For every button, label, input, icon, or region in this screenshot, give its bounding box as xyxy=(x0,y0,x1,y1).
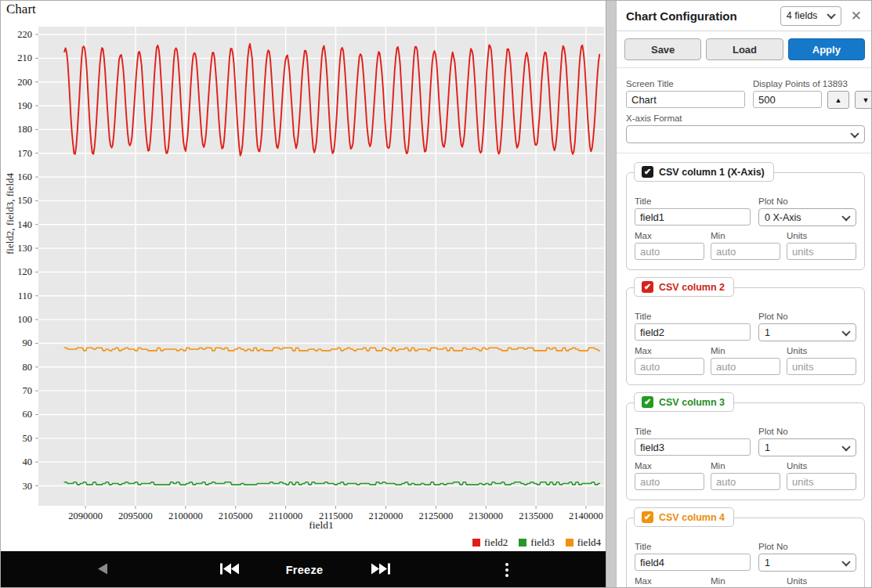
skip-to-end-icon[interactable] xyxy=(371,563,391,578)
checkbox-icon[interactable]: ✔ xyxy=(642,396,653,408)
points-decrease-icon[interactable]: ▼ xyxy=(855,91,872,109)
chart-legend: field2 field3 field4 xyxy=(472,536,601,549)
max-label: Max xyxy=(635,346,704,355)
svg-text:70: 70 xyxy=(23,385,33,396)
plot-no-select[interactable]: 1 xyxy=(758,323,856,341)
units-label: Units xyxy=(787,576,856,586)
app-window: Chart 2202102001901801701601501401301201… xyxy=(0,0,872,588)
max-input[interactable] xyxy=(635,473,704,490)
plot-no-select[interactable]: 0 X-Axis xyxy=(758,208,856,226)
legend-swatch-red xyxy=(472,539,480,547)
save-button[interactable]: Save xyxy=(624,38,701,60)
title-label: Title xyxy=(635,312,751,321)
max-label: Max xyxy=(635,231,704,240)
max-label: Max xyxy=(635,576,704,586)
general-settings: Screen Title Display Points of 13893 ▲ ▼… xyxy=(617,68,872,153)
svg-text:210: 210 xyxy=(17,52,32,63)
units-label: Units xyxy=(787,461,856,471)
svg-text:90: 90 xyxy=(23,337,33,348)
checkbox-icon[interactable]: ✔ xyxy=(642,166,653,178)
plot-no-label: Plot No xyxy=(758,312,856,321)
svg-text:140: 140 xyxy=(17,219,32,230)
min-label: Min xyxy=(711,461,780,471)
column-title-input[interactable] xyxy=(635,323,751,341)
max-label: Max xyxy=(635,461,704,471)
column-title-input[interactable] xyxy=(635,438,751,456)
transport-bar: Freeze xyxy=(1,551,606,588)
csv-column-toggle[interactable]: ✔ CSV column 2 xyxy=(634,277,734,297)
panel-title: Chart Configuration xyxy=(626,9,774,23)
svg-text:170: 170 xyxy=(17,148,32,159)
column-title-input[interactable] xyxy=(635,554,751,571)
csv-column-label: CSV column 2 xyxy=(659,282,725,293)
y-axis-label: field2, field3, field4 xyxy=(4,173,16,254)
min-input[interactable] xyxy=(711,243,780,260)
fields-count-select[interactable]: 4 fields xyxy=(780,6,841,26)
min-input[interactable] xyxy=(711,358,780,375)
csv-column-label: CSV column 4 xyxy=(659,512,725,523)
x-axis-label: field1 xyxy=(38,519,604,532)
units-input[interactable] xyxy=(787,473,856,490)
plot-no-label: Plot No xyxy=(758,197,856,206)
checkbox-icon[interactable]: ✔ xyxy=(642,511,653,523)
min-label: Min xyxy=(711,576,780,586)
screen-title-label: Screen Title xyxy=(626,79,745,88)
plot-no-select[interactable]: 1 xyxy=(758,438,856,456)
legend-item-field4: field4 xyxy=(566,536,601,549)
panel-scrollbar[interactable] xyxy=(606,1,617,588)
svg-text:220: 220 xyxy=(17,29,32,40)
plot-no-label: Plot No xyxy=(758,427,856,436)
svg-text:100: 100 xyxy=(17,314,32,325)
svg-text:40: 40 xyxy=(23,456,33,467)
title-label: Title xyxy=(635,197,751,206)
title-label: Title xyxy=(635,427,751,436)
units-label: Units xyxy=(787,231,856,240)
csv-column-label: CSV column 3 xyxy=(659,397,725,408)
column-title-input[interactable] xyxy=(635,208,751,225)
csv-column-toggle[interactable]: ✔ CSV column 1 (X-Axis) xyxy=(634,162,774,182)
units-input[interactable] xyxy=(787,358,856,375)
screen-title-input[interactable] xyxy=(626,91,745,108)
xaxis-format-select[interactable] xyxy=(626,125,865,143)
csv-column-card-2: ✔ CSV column 2 Title Plot No 1 Max xyxy=(626,287,865,385)
points-increase-icon[interactable]: ▲ xyxy=(827,91,849,109)
plot-no-select[interactable]: 1 xyxy=(758,554,856,572)
close-icon[interactable]: ✕ xyxy=(848,9,865,23)
svg-text:180: 180 xyxy=(17,124,32,135)
units-input[interactable] xyxy=(787,243,856,260)
min-input[interactable] xyxy=(711,473,780,490)
svg-text:60: 60 xyxy=(23,409,33,420)
panel-actions: Save Load Apply xyxy=(617,31,872,68)
svg-text:130: 130 xyxy=(17,243,32,254)
csv-column-toggle[interactable]: ✔ CSV column 4 xyxy=(634,507,734,527)
max-input[interactable] xyxy=(635,358,704,375)
plot-no-label: Plot No xyxy=(758,542,856,551)
max-input[interactable] xyxy=(635,243,704,260)
svg-text:120: 120 xyxy=(17,266,32,277)
apply-button[interactable]: Apply xyxy=(788,38,865,60)
chart-svg[interactable]: 2202102001901801701601501401301201101009… xyxy=(1,1,606,551)
skip-to-start-icon[interactable] xyxy=(219,563,240,578)
svg-text:80: 80 xyxy=(23,362,33,373)
csv-column-card-4: ✔ CSV column 4 Title Plot No 1 Max xyxy=(626,518,865,588)
legend-item-field3: field3 xyxy=(519,536,554,549)
svg-text:200: 200 xyxy=(17,77,32,88)
min-label: Min xyxy=(711,346,780,355)
checkbox-icon[interactable]: ✔ xyxy=(642,281,653,293)
svg-text:110: 110 xyxy=(18,290,32,301)
display-points-input[interactable] xyxy=(753,91,822,108)
csv-column-label: CSV column 1 (X-Axis) xyxy=(659,167,765,178)
svg-text:30: 30 xyxy=(23,481,33,492)
svg-text:160: 160 xyxy=(17,171,32,182)
more-options-icon[interactable] xyxy=(505,561,508,579)
svg-text:50: 50 xyxy=(23,433,33,444)
freeze-button[interactable]: Freeze xyxy=(286,564,324,576)
display-points-label: Display Points of 13893 xyxy=(753,79,872,88)
csv-column-card-3: ✔ CSV column 3 Title Plot No 1 Max xyxy=(626,402,865,500)
step-back-icon[interactable] xyxy=(96,563,110,578)
load-button[interactable]: Load xyxy=(706,38,783,60)
csv-column-toggle[interactable]: ✔ CSV column 3 xyxy=(634,392,734,412)
chart-pane: Chart 2202102001901801701601501401301201… xyxy=(1,1,606,588)
panel-header: Chart Configuration 4 fields ✕ xyxy=(617,1,872,31)
title-label: Title xyxy=(635,542,751,551)
